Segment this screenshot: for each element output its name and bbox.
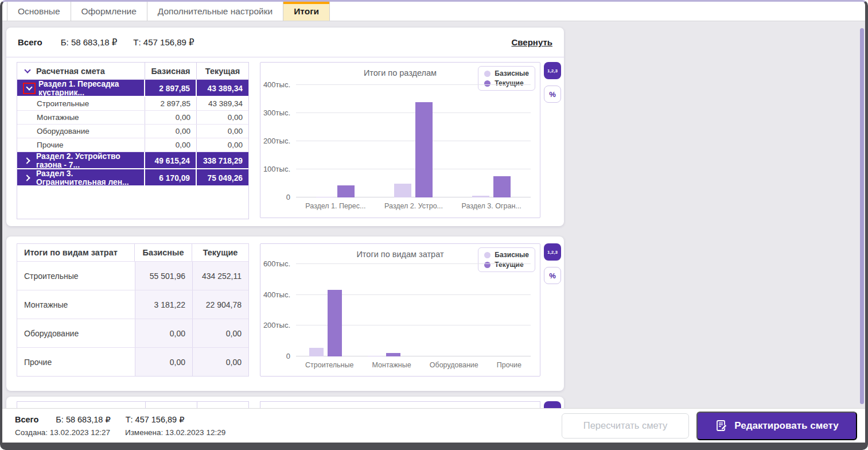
tab-Оформление[interactable]: Оформление (71, 2, 147, 21)
footer-total-label: Всего (15, 415, 38, 424)
bar (316, 197, 333, 197)
cost-type-row: Оборудование0,000,00 (17, 125, 248, 138)
created-timestamp: Создана: 13.02.2023 12:27 (15, 428, 110, 437)
sections-card-body: Расчетная сметаБазиснаяТекущаяРаздел 1. … (6, 57, 564, 226)
app-window: ОсновныеОформлениеДополнительные настрой… (0, 0, 868, 450)
tab-Дополнительные настройки[interactable]: Дополнительные настройки (147, 2, 283, 21)
edit-document-icon (715, 419, 729, 433)
absolute-values-button[interactable]: 1,2,3 (544, 243, 561, 261)
table-divider (145, 402, 146, 408)
chart-outline (260, 401, 540, 408)
cost-type-label-cell: Монтажные (17, 111, 145, 124)
column-header-current: Текущая (197, 63, 248, 79)
y-tick-label: 300тыс. (263, 108, 290, 117)
legend-dot (484, 252, 491, 258)
bar-group (394, 102, 433, 197)
content-area: Всего Б: 58 683,18 ₽ Т: 457 156,89 ₽ Све… (2, 21, 865, 408)
sections-table-header: Расчетная сметаБазиснаяТекущая (17, 63, 248, 80)
bar (472, 196, 489, 197)
chart-plot: 0200тыс.400тыс.600тыс. (296, 264, 531, 356)
current-value-cell: 43 389,34 (197, 97, 248, 110)
cost-type-row: Строительные2 897,8543 389,34 (17, 97, 248, 111)
current-value-cell: 0,00 (197, 138, 248, 152)
base-value-cell: 6 170,09 (145, 169, 197, 187)
sections-table-title: Расчетная смета (36, 67, 105, 76)
recalculate-button[interactable]: Пересчитать смету (562, 413, 689, 439)
scrollbar-thumb[interactable] (860, 28, 864, 404)
section-label-cell: Раздел 3. Ограничительная лен... (17, 169, 145, 187)
percent-values-button[interactable]: % (544, 86, 561, 103)
column-header-current: Текущие (192, 244, 248, 261)
cost-table-header: Итоги по видам затратБазисныеТекущие (17, 244, 248, 261)
section-label-cell: Раздел 2. Устройство газона - 7... (17, 152, 145, 169)
table-row: Строительные55 501,96434 252,11 (17, 261, 248, 290)
sections-table: Расчетная сметаБазиснаяТекущаяРаздел 1. … (17, 62, 249, 219)
section-row[interactable]: Раздел 3. Ограничительная лен...6 170,09… (17, 169, 248, 187)
bar-group (368, 353, 400, 356)
legend-label: Базисные (495, 251, 529, 259)
bar-group (309, 290, 342, 357)
current-value-cell: 0,00 (197, 125, 248, 138)
edit-estimate-button[interactable]: Редактировать смету (696, 412, 857, 440)
column-header-base: Базисная (145, 63, 197, 79)
y-tick-label: 400тыс. (263, 290, 290, 299)
footer-base-value: Б: 58 683,18 ₽ (56, 415, 110, 424)
table-divider (197, 402, 197, 408)
footer-totals: Всего Б: 58 683,18 ₽ Т: 457 156,89 ₽ Соз… (2, 415, 225, 437)
legend-label: Базисные (495, 69, 529, 77)
next-card-partial (6, 397, 564, 408)
chevron-right-icon[interactable] (23, 173, 32, 183)
current-value-cell: 75 049,26 (197, 169, 248, 187)
cost-type-label: Монтажные (37, 113, 79, 122)
cost-type-label-cell: Строительные (17, 97, 145, 110)
current-value-cell: 434 252,11 (192, 262, 248, 290)
chevron-down-icon[interactable] (25, 84, 34, 93)
bar (368, 356, 382, 356)
bar (493, 176, 511, 197)
totals-current-value: Т: 457 156,89 ₽ (133, 37, 194, 48)
section-label: Раздел 2. Устройство газона - 7... (36, 152, 138, 169)
footer-current-value: Т: 457 156,89 ₽ (126, 415, 185, 424)
y-tick-label: 100тыс. (263, 165, 290, 173)
row-label-cell: Оборудование (17, 319, 135, 347)
base-value-cell: 2 897,85 (145, 97, 197, 110)
chart-mode-toggles: 1,2,3 % (544, 62, 561, 103)
chevron-right-icon[interactable] (23, 156, 32, 165)
cost-types-card-body: Итоги по видам затратБазисныеТекущиеСтро… (6, 236, 564, 391)
base-value-cell: 2 897,85 (145, 80, 197, 97)
x-tick-label: Раздел 3. Огран... (462, 202, 521, 210)
base-value-cell: 3 181,22 (135, 290, 192, 319)
y-tick-label: 0 (286, 193, 290, 201)
table-row: Монтажные3 181,2222 904,78 (17, 290, 248, 319)
collapse-link[interactable]: Свернуть (511, 37, 552, 47)
x-tick-label: Раздел 2. Устро... (384, 202, 443, 210)
section-row[interactable]: Раздел 1. Пересадка кустарник...2 897,85… (17, 80, 248, 97)
cost-type-row: Прочие0,000,00 (17, 138, 248, 152)
totals-label: Всего (18, 37, 42, 47)
cost-types-card: Итоги по видам затратБазисныеТекущиеСтро… (6, 236, 564, 391)
section-row[interactable]: Раздел 2. Устройство газона - 7...49 615… (17, 152, 248, 169)
row-label-cell: Строительные (17, 262, 135, 290)
table-outline (17, 401, 249, 408)
legend-item: Базисные (484, 69, 529, 77)
x-axis-labels: Раздел 1. Перес...Раздел 2. Устро...Разд… (296, 202, 531, 210)
base-value-cell: 0,00 (135, 319, 192, 347)
y-tick-label: 200тыс. (263, 321, 290, 329)
x-tick-label: Прочие (497, 361, 521, 369)
absolute-values-button[interactable]: 1,2,3 (544, 62, 561, 79)
tab-Итоги[interactable]: Итоги (283, 2, 330, 21)
absolute-values-button[interactable] (544, 401, 561, 408)
base-value-cell: 55 501,96 (135, 262, 192, 290)
percent-values-button[interactable]: % (544, 267, 561, 284)
x-axis-labels: СтроительныеМонтажныеОборудованиеПрочие (296, 361, 531, 369)
cost-types-table: Итоги по видам затратБазисныеТекущиеСтро… (17, 243, 249, 377)
edit-estimate-label: Редактировать смету (734, 420, 838, 432)
current-value-cell: 43 389,34 (197, 80, 248, 97)
table-row: Прочие0,000,00 (17, 347, 248, 376)
chevron-down-icon[interactable] (23, 67, 32, 76)
bar (328, 290, 342, 357)
x-tick-label: Оборудование (430, 361, 478, 369)
cost-type-label: Строительные (37, 99, 89, 108)
tab-Основные[interactable]: Основные (7, 2, 71, 21)
section-label: Раздел 3. Ограничительная лен... (36, 169, 138, 187)
